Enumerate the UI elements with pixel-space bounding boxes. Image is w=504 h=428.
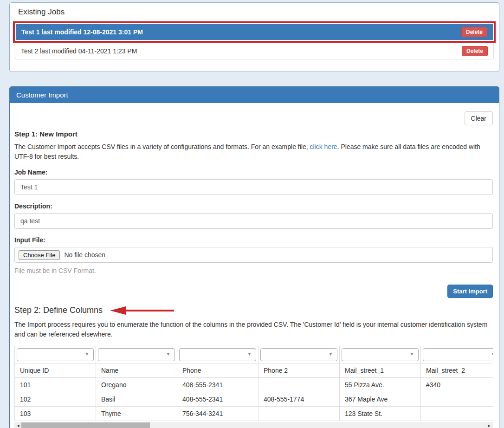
- table-cell: 101: [15, 377, 96, 392]
- chevron-down-icon: ▼: [166, 352, 170, 357]
- file-input[interactable]: Choose File No file chosen: [14, 247, 493, 263]
- annotation-highlight-box: Test 1 last modified 12-08-2021 3:01 PM …: [13, 21, 496, 43]
- column-header: Phone: [177, 363, 258, 377]
- job-row-test1[interactable]: Test 1 last modified 12-08-2021 3:01 PM …: [16, 24, 493, 40]
- choose-file-button[interactable]: Choose File: [19, 250, 60, 260]
- job-name-input[interactable]: [14, 179, 493, 195]
- table-cell: 367 Maple Ave: [340, 392, 421, 406]
- column-header: Phone 2: [258, 363, 340, 377]
- column-mapping-select[interactable]: ▼: [17, 348, 94, 361]
- chevron-down-icon: ▼: [410, 352, 414, 357]
- column-definition-table-wrap: ▼ ▼ ▼ ▼ ▼ ▼ Unique ID Name Phone Phone 2…: [14, 346, 493, 421]
- table-cell: [421, 392, 493, 406]
- chevron-down-icon: ▼: [329, 352, 333, 357]
- no-file-chosen-text: No file chosen: [64, 251, 105, 259]
- table-cell: [421, 406, 493, 421]
- annotation-arrow-icon: [110, 306, 175, 315]
- scroll-right-icon[interactable]: ►: [485, 422, 493, 428]
- table-cell: Oregano: [96, 377, 177, 392]
- table-header-row: Unique ID Name Phone Phone 2 Mail_street…: [15, 363, 493, 377]
- start-import-button[interactable]: Start Import: [447, 285, 493, 298]
- chevron-down-icon: ▼: [491, 352, 493, 357]
- file-format-hint: File must be in CSV Format.: [14, 267, 493, 274]
- chevron-down-icon: ▼: [247, 352, 252, 357]
- column-mapping-select[interactable]: ▼: [179, 348, 256, 361]
- existing-jobs-title: Existing Jobs: [18, 7, 493, 17]
- table-cell: 55 Pizza Ave.: [340, 377, 421, 392]
- column-mapping-select[interactable]: ▼: [260, 348, 337, 361]
- column-mapping-select[interactable]: ▼: [342, 348, 419, 361]
- input-file-label: Input File:: [14, 236, 493, 244]
- table-cell: 408-555-2341: [177, 392, 258, 406]
- table-cell: [258, 406, 340, 421]
- step1-heading: Step 1: New Import: [14, 130, 493, 138]
- step1-intro-text: The Customer Import accepts CSV files in…: [14, 143, 308, 150]
- table-row: 103 Thyme 756-344-3241 123 State St.: [15, 406, 493, 421]
- existing-jobs-panel: Existing Jobs Test 1 last modified 12-08…: [9, 2, 499, 72]
- column-header: Name: [96, 363, 177, 377]
- horizontal-scrollbar[interactable]: ◄ ►: [14, 422, 493, 428]
- table-row: 102 Basil 408-555-2341 408-555-1774 367 …: [15, 392, 493, 406]
- step2-intro: The Import process requires you to enume…: [14, 320, 493, 339]
- customer-import-body: Clear Step 1: New Import The Customer Im…: [10, 103, 499, 428]
- table-cell: 123 State St.: [340, 406, 421, 421]
- step1-intro: The Customer Import accepts CSV files in…: [14, 142, 493, 161]
- delete-job-button[interactable]: Delete: [461, 27, 487, 37]
- table-row: 101 Oregano 408-555-2341 55 Pizza Ave. #…: [15, 377, 493, 392]
- table-cell: #340: [421, 377, 493, 392]
- job-row-test2[interactable]: Test 2 last modified 04-11-2021 1:23 PM …: [15, 43, 494, 59]
- customer-import-panel: Customer Import Clear Step 1: New Import…: [9, 86, 499, 428]
- delete-job-button[interactable]: Delete: [462, 46, 488, 56]
- scrollbar-thumb[interactable]: [21, 422, 150, 428]
- description-label: Description:: [14, 202, 493, 210]
- job-name-label: Job Name:: [14, 169, 493, 176]
- column-mapping-select[interactable]: ▼: [423, 348, 493, 361]
- column-header: Mail_street_2: [421, 363, 493, 377]
- step2-heading-text: Step 2: Define Columns: [14, 305, 103, 315]
- page: Existing Jobs Test 1 last modified 12-08…: [0, 0, 504, 428]
- table-cell: 103: [15, 406, 96, 421]
- scroll-left-icon[interactable]: ◄: [14, 422, 22, 428]
- customer-import-header: Customer Import: [10, 87, 499, 103]
- column-header: Unique ID: [15, 363, 96, 377]
- table-cell: 408-555-2341: [177, 377, 258, 392]
- column-definition-table: ▼ ▼ ▼ ▼ ▼ ▼ Unique ID Name Phone Phone 2…: [14, 346, 493, 421]
- table-cell: [258, 377, 340, 392]
- column-mapping-select[interactable]: ▼: [98, 348, 175, 361]
- column-select-row: ▼ ▼ ▼ ▼ ▼ ▼: [15, 346, 493, 363]
- clear-button[interactable]: Clear: [465, 111, 493, 125]
- job-label: Test 1 last modified 12-08-2021 3:01 PM: [21, 28, 143, 36]
- table-cell: 408-555-1774: [258, 392, 340, 406]
- description-input[interactable]: [14, 213, 493, 229]
- table-cell: Thyme: [96, 406, 177, 421]
- step2-heading: Step 2: Define Columns: [14, 305, 493, 315]
- example-file-link[interactable]: click here: [310, 143, 337, 150]
- table-cell: Basil: [96, 392, 177, 406]
- column-header: Mail_street_1: [340, 363, 421, 377]
- chevron-down-icon: ▼: [85, 352, 89, 357]
- table-cell: 102: [15, 392, 96, 406]
- job-label: Test 2 last modified 04-11-2021 1:23 PM: [21, 47, 137, 55]
- table-cell: 756-344-3241: [177, 406, 258, 421]
